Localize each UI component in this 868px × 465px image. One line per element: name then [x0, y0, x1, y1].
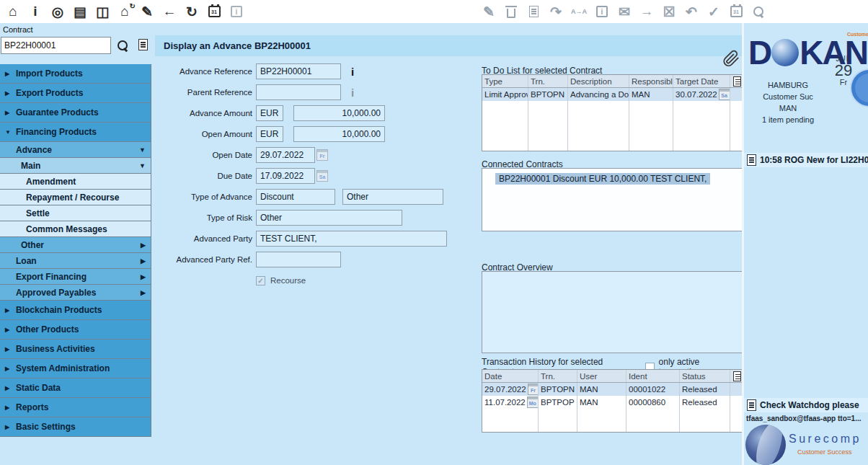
release-icon[interactable]: ↷: [549, 3, 563, 20]
edit-transaction-icon[interactable]: ✎: [482, 3, 496, 20]
calendar-day-number: 31: [211, 9, 217, 16]
connected-contract-item[interactable]: BP22H00001 Discount EUR 10,000.00 TEST C…: [495, 173, 710, 185]
cancel-box-icon[interactable]: ☒: [662, 3, 676, 20]
datepicker-icon[interactable]: Sa: [719, 89, 730, 100]
sidebar-item-reports[interactable]: ▶Reports: [0, 398, 151, 417]
sidebar-item-basic-settings[interactable]: ▶Basic Settings: [0, 417, 151, 437]
expand-arrow-icon: ▶: [5, 110, 9, 116]
incoming-message-item[interactable]: 10:58 ROG New for LI22H00: [744, 153, 868, 167]
advance-amount-field[interactable]: 10,000.00: [293, 105, 385, 121]
column-header[interactable]: Status: [680, 370, 730, 382]
advance-currency-field[interactable]: EUR: [256, 105, 283, 121]
field-info-icon[interactable]: i: [351, 87, 354, 99]
column-header[interactable]: Trn.: [528, 75, 568, 87]
sidebar-item-import-products[interactable]: ▶Import Products: [0, 64, 151, 84]
datepicker-icon[interactable]: Fr: [528, 384, 539, 395]
todo-empty-area: [482, 101, 742, 151]
site-home-icon[interactable]: ⌂↻: [118, 3, 132, 20]
open-currency-field[interactable]: EUR: [256, 126, 283, 142]
attachments-paperclip-icon[interactable]: [722, 49, 740, 71]
column-header[interactable]: Date: [482, 370, 539, 382]
sidebar-item-system-administration[interactable]: ▶System Administration: [0, 359, 151, 378]
diary-calendar-icon[interactable]: 31: [729, 3, 743, 20]
column-header[interactable]: Trn.: [539, 370, 577, 382]
column-header[interactable]: Ident: [626, 370, 680, 382]
sidebar-item-label: Other Products: [16, 324, 79, 335]
open-date-field[interactable]: 29.07.2022: [256, 147, 315, 163]
sidebar-item-amendment[interactable]: Amendment: [0, 174, 151, 190]
manual-book-icon[interactable]: ◫: [95, 3, 110, 20]
calendar-icon[interactable]: 31: [207, 3, 221, 20]
undo-icon[interactable]: ↶: [684, 3, 699, 20]
history-row[interactable]: 29.07.2022Fr BPTOPN MAN 00001022 Release…: [482, 383, 742, 396]
sidebar-item-loan[interactable]: Loan▶: [0, 253, 151, 269]
reassign-user-icon[interactable]: A→A: [571, 3, 587, 20]
open-amount-field[interactable]: 10,000.00: [293, 126, 385, 142]
sidebar-item-export-products[interactable]: ▶Export Products: [0, 84, 151, 103]
sidebar-item-other[interactable]: Other▶: [0, 237, 151, 253]
datepicker-icon[interactable]: Fr: [316, 149, 328, 161]
field-label: Type of Advance: [155, 192, 252, 201]
column-header[interactable]: Type: [482, 75, 528, 87]
pending-items-count[interactable]: 1 item pending: [744, 114, 832, 125]
page-title: Display an Advance BP22H00001: [155, 35, 743, 56]
type-of-advance-other-field[interactable]: Other: [342, 189, 443, 205]
refresh-icon[interactable]: ↻: [185, 3, 199, 20]
sidebar-item-export-financing[interactable]: Export Financing▶: [0, 269, 151, 285]
search-icon[interactable]: [751, 3, 766, 20]
delete-icon[interactable]: [504, 3, 518, 20]
sidebar-item-label: Common Messages: [26, 224, 107, 234]
home-icon[interactable]: ⌂: [6, 3, 20, 20]
sidebar-item-financing-products[interactable]: ▼Financing Products: [0, 123, 151, 142]
sidebar-item-business-activities[interactable]: ▶Business Activities: [0, 340, 151, 359]
new-document-icon[interactable]: [138, 39, 148, 53]
transaction-info-icon[interactable]: i: [229, 3, 244, 20]
info-box-icon[interactable]: i: [595, 3, 609, 20]
sidebar-item-static-data[interactable]: ▶Static Data: [0, 378, 151, 398]
column-header[interactable]: Description: [568, 75, 629, 87]
info-icon[interactable]: i: [28, 3, 43, 20]
column-header[interactable]: Responsible: [629, 75, 673, 87]
due-date-field[interactable]: 17.09.2022: [256, 168, 315, 184]
type-of-risk-field[interactable]: Other: [256, 210, 402, 226]
type-of-advance-field[interactable]: Discount: [256, 189, 335, 205]
recourse-checkbox[interactable]: ✓: [256, 276, 265, 285]
copy-document-icon[interactable]: [526, 3, 541, 20]
user-info-block: HAMBURG Customer Suc MAN 1 item pending: [744, 79, 832, 125]
expand-arrow-icon: ▶: [141, 273, 146, 280]
sidebar-item-settle[interactable]: Settle: [0, 205, 151, 221]
advance-reference-field[interactable]: BP22H00001: [256, 63, 341, 79]
sidebar-item-label: System Administration: [16, 363, 110, 373]
refresh-overlay-icon: ↻: [130, 2, 136, 10]
field-info-icon[interactable]: i: [351, 66, 354, 78]
sidebar-item-common-messages[interactable]: Common Messages: [0, 221, 151, 237]
expand-arrow-icon: ▶: [5, 327, 9, 333]
column-header[interactable]: User: [577, 370, 626, 382]
contract-search-icon[interactable]: [118, 40, 128, 54]
advanced-party-field[interactable]: TEST CLIENT,: [256, 231, 447, 247]
sidebar-item-label: Reports: [16, 402, 48, 412]
sidebar-item-advance[interactable]: Advance▼: [0, 142, 151, 158]
todo-row[interactable]: Limit Approv BPTOPN Advancing a Do MAN 3…: [482, 88, 742, 101]
column-header[interactable]: Target Date: [673, 75, 730, 87]
mail-icon[interactable]: ✉: [617, 3, 632, 20]
target-icon[interactable]: ◎: [50, 3, 65, 20]
sidebar-item-repayment-recourse[interactable]: Repayment / Recourse: [0, 190, 151, 205]
sidebar-item-blockchain-products[interactable]: ▶Blockchain Products: [0, 301, 151, 320]
forward-arrow-icon[interactable]: →: [639, 3, 654, 20]
shredder-icon[interactable]: ▤: [73, 3, 87, 20]
parent-reference-field[interactable]: [256, 84, 341, 100]
history-row[interactable]: 11.07.2022Mo BPTPOP MAN 00000860 Release…: [482, 396, 742, 409]
datepicker-icon[interactable]: Mo: [527, 397, 539, 408]
compose-icon[interactable]: ✎: [140, 3, 154, 20]
back-arrow-icon[interactable]: ←: [162, 3, 177, 20]
watchdog-message-item[interactable]: Check Watchdog please: [744, 398, 868, 412]
sidebar-item-approved-payables[interactable]: Approved Payables▶: [0, 285, 151, 301]
sidebar-item-other-products[interactable]: ▶Other Products: [0, 320, 151, 340]
contract-search-input[interactable]: [1, 37, 111, 54]
datepicker-icon[interactable]: Sa: [316, 170, 328, 182]
approve-check-icon[interactable]: ✓: [707, 3, 721, 20]
sidebar-item-guarantee-products[interactable]: ▶Guarantee Products: [0, 103, 151, 123]
advanced-party-ref-field[interactable]: [256, 252, 341, 267]
sidebar-item-main[interactable]: Main▼: [0, 158, 151, 174]
